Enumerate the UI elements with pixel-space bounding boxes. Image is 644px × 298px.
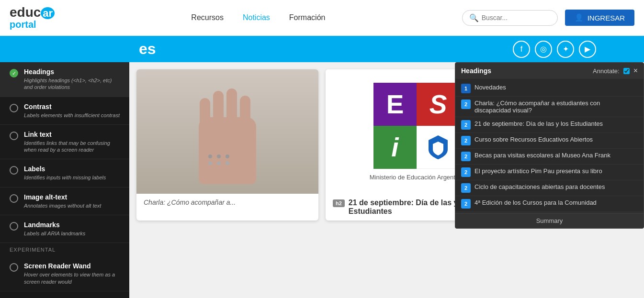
logo-portal-text[interactable]: portal [10,19,36,30]
headings-popup: Headings Annotate: × 1Novedades2Charla: … [455,62,644,229]
contrast-desc: Labels elements with insufficient contra… [24,112,120,119]
sidebar-item-screen-reader-wand[interactable]: Screen Reader Wand Hover over elements t… [0,256,129,291]
heading-level-2-badge: 2 [461,183,471,193]
experimental-section-label: EXPERIMENTAL [0,243,129,256]
card-braille-title-area: Charla: ¿Cómo acompañar a... [136,194,318,211]
labels-radio[interactable] [10,166,18,175]
screen-reader-wand-label: Screen Reader Wand [24,262,120,270]
search-box[interactable]: 🔍 [462,10,558,26]
popup-summary-label: Summary [536,217,563,224]
heading-item-text: Curso sobre Recursos Educativos Abiertos [475,136,593,143]
nav-recursos[interactable]: Recursos [191,13,224,22]
image-alt-desc: Annotates images without alt text [24,202,101,209]
popup-list-item[interactable]: 2Curso sobre Recursos Educativos Abierto… [455,133,644,149]
link-text-radio[interactable] [10,132,18,140]
link-text-label: Link text [24,131,120,138]
heading-item-text: Novedades [475,84,506,91]
heading-item-text: 4ª Edición de los Cursos para la Comunid… [475,199,597,206]
popup-close-button[interactable]: × [633,66,638,75]
contrast-radio[interactable] [10,104,18,112]
heading-item-text: El proyecto artístico Pim Pau presenta s… [475,167,602,175]
popup-list-item[interactable]: 2Charla: ¿Cómo acompañar a estudiantes c… [455,97,644,117]
sidebar-item-landmarks[interactable]: Landmarks Labels all ARIA landmarks [0,215,129,243]
banner-title: es [139,40,156,58]
sidebar-footer: ⌐■ [0,291,129,298]
heading-level-2-badge: 2 [461,120,471,130]
social-icons: f ◎ ✦ ▶ [513,41,596,58]
logo-educ[interactable]: educar [10,6,55,19]
ingresar-button[interactable]: 👤 INGRESAR [565,10,634,26]
twitter-icon[interactable]: ✦ [557,41,574,58]
instagram-icon[interactable]: ◎ [535,41,552,58]
popup-header: Headings Annotate: × [455,63,644,79]
heading-item-text: Charla: ¿Cómo acompañar a estudiantes co… [475,99,638,114]
search-input[interactable] [482,14,551,22]
annotate-checkbox[interactable] [623,68,630,74]
headings-item-text: Headings Highlights headings (<h1>, <h2>… [24,68,120,91]
heading-item-text: Becas para visitas escolares al Museo An… [475,152,610,159]
link-text-desc: Identifies links that may be confusing w… [24,140,120,154]
popup-list-item[interactable]: 1Novedades [455,81,644,97]
sidebar-item-headings[interactable]: Headings Highlights headings (<h1>, <h2>… [0,62,129,97]
image-alt-item-text: Image alt-text Annotates images without … [24,193,101,209]
popup-list-item[interactable]: 24ª Edición de los Cursos para la Comuni… [455,196,644,212]
popup-footer: Summary [455,213,644,228]
contrast-item-text: Contrast Labels elements with insufficie… [24,103,120,119]
card-braille-title: Charla: ¿Cómo acompañar a... [144,199,236,206]
headings-radio[interactable] [10,69,18,77]
headings-desc: Highlights headings (<h1>, <h2>, etc) an… [24,77,120,91]
heading-level-1-badge: 1 [461,84,471,93]
facebook-icon[interactable]: f [513,41,530,58]
ingresar-label: INGRESAR [588,14,625,22]
card-braille-image [136,69,318,194]
esi-ministry-text: Ministerio de Educación Argentina [370,174,464,181]
card-braille: Charla: ¿Cómo acompañar a... [136,69,318,221]
sidebar: Headings Highlights headings (<h1>, <h2>… [0,62,129,298]
nav-formacion[interactable]: Formación [289,13,326,22]
heading-level-2-badge: 2 [461,99,471,109]
logo-educ-text: educ [10,5,41,20]
popup-list-item[interactable]: 2El proyecto artístico Pim Pau presenta … [455,165,644,180]
sidebar-item-link-text[interactable]: Link text Identifies links that may be c… [0,125,129,160]
landmarks-radio[interactable] [10,222,18,231]
heading-item-text: Ciclo de capacitaciones abiertas para do… [475,183,605,190]
blue-banner: es f ◎ ✦ ▶ [0,36,644,62]
popup-list-item[interactable]: 2Becas para visitas escolares al Museo A… [455,149,644,165]
sidebar-item-image-alt-text[interactable]: Image alt-text Annotates images without … [0,188,129,215]
popup-controls: Annotate: × [593,66,638,75]
heading-item-text: 21 de septiembre: Día de las y los Estud… [475,120,603,127]
header-right: 🔍 👤 INGRESAR [462,10,634,26]
annotate-label: Annotate: [593,67,620,75]
content-area: Charla: ¿Cómo acompañar a... E S [129,62,644,298]
screen-reader-wand-radio[interactable] [10,263,18,272]
sidebar-item-labels[interactable]: Labels Identifies inputs with missing la… [0,159,129,187]
landmarks-item-text: Landmarks Labels all ARIA landmarks [24,221,85,237]
card-esi-h2-badge: h2 [333,199,345,207]
popup-list-item[interactable]: 2Ciclo de capacitaciones abiertas para d… [455,180,644,196]
labels-item-text: Labels Identifies inputs with missing la… [24,165,106,181]
heading-level-2-badge: 2 [461,152,471,161]
link-text-item-text: Link text Identifies links that may be c… [24,131,120,154]
search-icon: 🔍 [469,13,479,22]
image-alt-label: Image alt-text [24,193,101,201]
heading-level-2-badge: 2 [461,167,471,177]
main-nav: Recursos Noticias Formación [191,13,325,22]
headings-label: Headings [24,68,120,76]
main-content: Headings Highlights headings (<h1>, <h2>… [0,62,644,298]
popup-title: Headings [461,67,491,75]
youtube-icon[interactable]: ▶ [579,41,596,58]
popup-list-item[interactable]: 221 de septiembre: Día de las y los Estu… [455,117,644,133]
user-icon: 👤 [575,13,584,22]
screen-reader-wand-desc: Hover over elements to view them as a sc… [24,271,120,285]
landmarks-desc: Labels all ARIA landmarks [24,230,85,237]
popup-list[interactable]: 1Novedades2Charla: ¿Cómo acompañar a est… [455,79,644,213]
screen-reader-wand-text: Screen Reader Wand Hover over elements t… [24,262,120,285]
sidebar-item-contrast[interactable]: Contrast Labels elements with insufficie… [0,97,129,125]
image-alt-radio[interactable] [10,194,18,203]
header: educar portal Recursos Noticias Formació… [0,0,644,36]
logo-ar-circle: ar [41,7,55,19]
heading-level-2-badge: 2 [461,199,471,209]
nav-noticias[interactable]: Noticias [243,13,270,22]
contrast-label: Contrast [24,103,120,110]
logo: educar portal [10,6,55,30]
